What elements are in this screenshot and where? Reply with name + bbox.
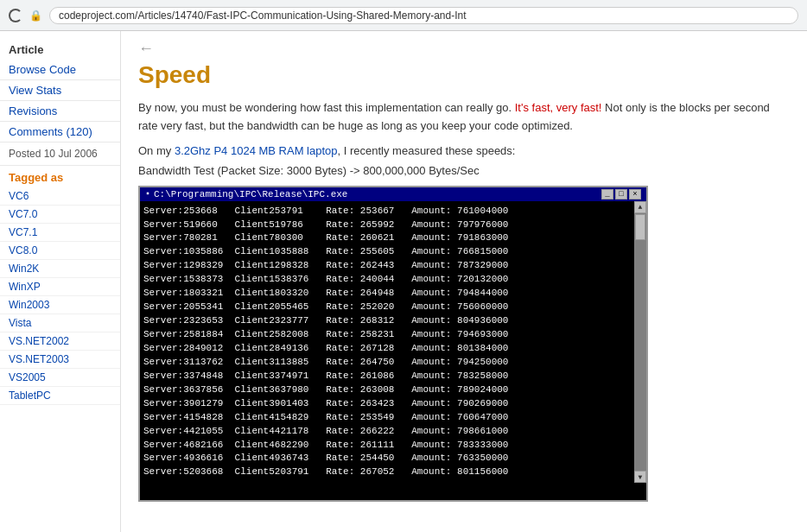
sidebar-link-browse-code[interactable]: Browse Code	[0, 60, 120, 80]
sidebar-tag-vc6[interactable]: VC6	[0, 187, 120, 206]
page-layout: Article Browse Code View Stats Revisions…	[0, 31, 807, 532]
scrollbar-thumb[interactable]	[635, 214, 645, 240]
console-app-icon: ▪	[145, 189, 150, 199]
refresh-icon[interactable]	[9, 9, 22, 22]
sidebar-tag-win2k[interactable]: Win2K	[0, 260, 120, 278]
scrollbar-track[interactable]	[634, 213, 646, 472]
sidebar-link-view-stats[interactable]: View Stats	[0, 80, 120, 101]
intro-paragraph: By now, you must be wondering how fast t…	[138, 99, 790, 136]
sidebar-tagged-label: Tagged as	[0, 166, 120, 187]
sidebar-tag-vs2005[interactable]: VS2005	[0, 369, 120, 387]
sidebar-posted: Posted 10 Jul 2006	[0, 142, 120, 166]
sidebar-link-revisions[interactable]: Revisions	[0, 101, 120, 122]
console-body: Server:253668 Client253791 Rate: 253667 …	[140, 201, 646, 484]
sidebar-tag-vc80[interactable]: VC8.0	[0, 242, 120, 260]
sidebar-tag-vsnet2002[interactable]: VS.NET2002	[0, 332, 120, 351]
sidebar-link-comments[interactable]: Comments (120)	[0, 122, 120, 142]
lock-icon: 🔒	[29, 10, 42, 22]
sidebar-tag-tabletpc[interactable]: TabletPC	[0, 387, 120, 405]
sidebar-article-title: Article	[0, 38, 120, 60]
console-scrollbar[interactable]: ▲ ▼	[634, 201, 646, 484]
sidebar-tag-winxp[interactable]: WinXP	[0, 278, 120, 296]
sidebar-tag-vista[interactable]: Vista	[0, 314, 120, 332]
breadcrumb-arrow: ←	[138, 40, 790, 58]
console-bottom	[140, 483, 646, 500]
sidebar-tag-vc71[interactable]: VC7.1	[0, 224, 120, 242]
close-button[interactable]: ×	[629, 189, 641, 200]
page-title: Speed	[138, 61, 790, 89]
sidebar: Article Browse Code View Stats Revisions…	[0, 31, 121, 532]
scrollbar-up-button[interactable]: ▲	[634, 201, 646, 213]
measurement-paragraph: On my 3.2Ghz P4 1024 MB RAM laptop, I re…	[138, 144, 790, 157]
console-window: ▪ C:\Programming\IPC\Release\IPC.exe _ □…	[138, 186, 648, 503]
main-content: ← Speed By now, you must be wondering ho…	[121, 31, 807, 532]
console-output: Server:253668 Client253791 Rate: 253667 …	[140, 201, 634, 484]
browser-bar: 🔒 codeproject.com/Articles/14740/Fast-IP…	[0, 0, 807, 31]
console-titlebar: ▪ C:\Programming\IPC\Release\IPC.exe _ □…	[140, 187, 646, 201]
bandwidth-paragraph: Bandwidth Test (Packet Size: 3000 Bytes)…	[138, 164, 790, 177]
console-title: C:\Programming\IPC\Release\IPC.exe	[154, 189, 347, 200]
sidebar-tag-vc70[interactable]: VC7.0	[0, 206, 120, 224]
sidebar-tag-win2003[interactable]: Win2003	[0, 296, 120, 314]
restore-button[interactable]: □	[615, 189, 627, 200]
scrollbar-down-button[interactable]: ▼	[634, 471, 646, 483]
minimize-button[interactable]: _	[601, 189, 613, 200]
url-bar[interactable]: codeproject.com/Articles/14740/Fast-IPC-…	[49, 7, 798, 24]
sidebar-tag-vsnet2003[interactable]: VS.NET2003	[0, 351, 120, 369]
console-title-left: ▪ C:\Programming\IPC\Release\IPC.exe	[145, 189, 347, 200]
laptop-link[interactable]: 3.2Ghz P4 1024 MB RAM laptop	[175, 144, 338, 157]
console-controls[interactable]: _ □ ×	[601, 189, 641, 200]
